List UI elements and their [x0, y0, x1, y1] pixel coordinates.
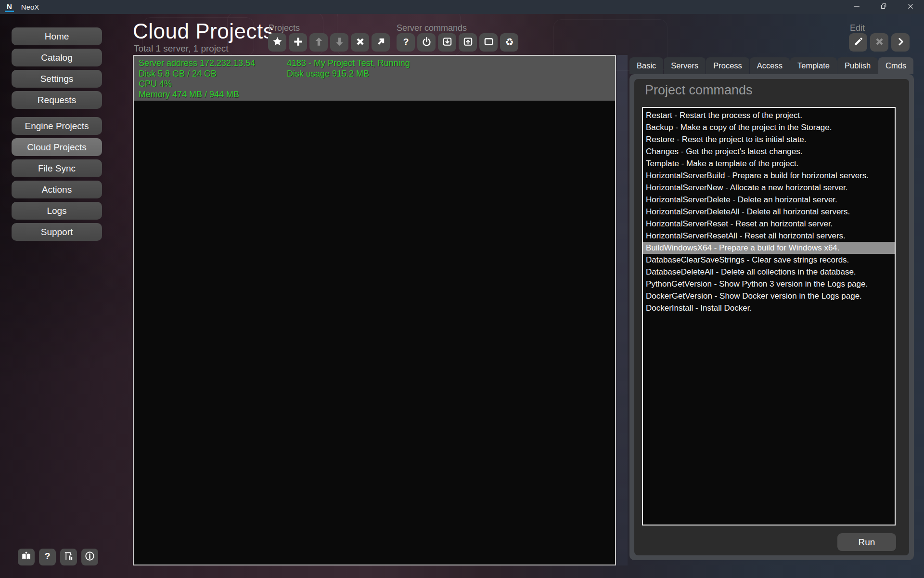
server-stat-line: Disk 5.8 GB / 24 GB	[139, 69, 255, 79]
command-item[interactable]: HorizontalServerReset - Reset an horizon…	[643, 218, 895, 230]
favorite-project-button[interactable]	[268, 33, 286, 52]
minimize-button[interactable]	[843, 0, 870, 14]
page-subtitle: Total 1 server, 1 project	[134, 43, 228, 54]
command-item[interactable]: Restart - Restart the process of the pro…	[643, 109, 895, 121]
sidebar-item-file-sync[interactable]: File Sync	[12, 159, 102, 177]
command-item[interactable]: HorizontalServerDelete - Delete an horiz…	[643, 194, 895, 206]
sidebar-item-home[interactable]: Home	[12, 27, 102, 45]
delete-project-button[interactable]	[351, 33, 369, 52]
server-stat-line: CPU 4%	[139, 79, 255, 90]
tab-process[interactable]: Process	[706, 57, 749, 74]
sidebar-item-support[interactable]: Support	[12, 223, 102, 241]
server-recycle-button[interactable]: ♻	[500, 33, 518, 52]
command-item[interactable]: PythonGetVersion - Show Python 3 version…	[643, 278, 895, 290]
command-item[interactable]: HorizontalServerBuild - Prepare a build …	[643, 170, 895, 182]
help-button[interactable]: ?	[39, 549, 56, 565]
sidebar-item-requests[interactable]: Requests	[12, 91, 102, 109]
command-item[interactable]: DockerGetVersion - Show Docker version i…	[643, 290, 895, 302]
tab-basic[interactable]: Basic	[629, 57, 663, 74]
command-item[interactable]: Changes - Get the project's latest chang…	[643, 145, 895, 158]
svg-text:♻: ♻	[505, 36, 513, 47]
tab-publish[interactable]: Publish	[837, 57, 878, 74]
sidebar-item-engine-projects[interactable]: Engine Projects	[12, 117, 102, 135]
sidebar-nav: HomeCatalogSettingsRequestsEngine Projec…	[12, 27, 102, 244]
command-item[interactable]: BuildWindowsX64 - Prepare a build for Wi…	[643, 242, 895, 254]
sidebar-item-catalog[interactable]: Catalog	[12, 49, 102, 66]
guide-button[interactable]	[18, 549, 35, 565]
command-item[interactable]: HorizontalServerDeleteAll - Delete all h…	[643, 206, 895, 218]
window-icon	[483, 36, 494, 49]
edit-toolbar-label: Edit	[850, 23, 865, 33]
project-stat-line: 4183 - My Project Test, Running	[287, 58, 410, 69]
server-stat-line: Server address 172.232.13.54	[139, 58, 255, 69]
command-item[interactable]: Backup - Make a copy of the project in t…	[643, 121, 895, 133]
server-commands-toolbar: ?♻	[397, 33, 518, 52]
restore-button[interactable]	[870, 0, 897, 14]
commands-heading: Project commands	[645, 83, 753, 98]
book-reader-icon	[21, 551, 32, 564]
sidebar-item-cloud-projects[interactable]: Cloud Projects	[12, 138, 102, 156]
close-button[interactable]	[897, 0, 924, 14]
chevron-right-icon	[895, 36, 906, 49]
page-title: Cloud Projects	[133, 19, 274, 43]
server-commands-toolbar-label: Server commands	[397, 23, 467, 33]
command-item[interactable]: Restore - Reset the project to its initi…	[643, 133, 895, 145]
projects-toolbar-label: Projects	[269, 23, 300, 33]
command-item[interactable]: Template - Make a template of the projec…	[643, 158, 895, 170]
command-item[interactable]: DatabaseDeleteAll - Delete all collectio…	[643, 266, 895, 278]
sidebar-group-gap	[12, 112, 102, 117]
open-project-button[interactable]	[372, 33, 390, 52]
question-icon: ?	[400, 36, 411, 49]
server-summary-row[interactable]: Server address 172.232.13.54Disk 5.8 GB …	[134, 56, 615, 101]
build-status-button[interactable]	[60, 549, 77, 565]
sidebar-item-actions[interactable]: Actions	[12, 181, 102, 198]
app-title: NeoX	[21, 3, 39, 11]
projects-toolbar	[268, 33, 390, 52]
tab-servers[interactable]: Servers	[664, 57, 706, 74]
command-item[interactable]: DatabaseClearSaveStrings - Clear save st…	[643, 254, 895, 266]
project-stats-column: 4183 - My Project Test, RunningDisk usag…	[287, 58, 410, 79]
cross-icon	[874, 36, 885, 49]
recycle-icon: ♻	[504, 36, 515, 49]
power-icon	[421, 36, 432, 49]
titlebar: N NeoX	[0, 0, 924, 14]
move-up-button[interactable]	[309, 33, 328, 52]
add-project-button[interactable]	[289, 33, 307, 52]
box-arrow-down-icon	[442, 36, 453, 49]
server-stats-column: Server address 172.232.13.54Disk 5.8 GB …	[139, 58, 255, 100]
sidebar-item-settings[interactable]: Settings	[12, 70, 102, 88]
server-upload-button[interactable]	[459, 33, 477, 52]
server-help-button[interactable]: ?	[397, 33, 415, 52]
star-icon	[272, 36, 283, 49]
pencil-icon	[853, 36, 864, 49]
command-item[interactable]: DockerInstall - Install Docker.	[643, 302, 895, 314]
svg-text:?: ?	[403, 36, 409, 46]
restore-icon	[879, 1, 888, 13]
commands-listbox[interactable]: Restart - Restart the process of the pro…	[642, 107, 896, 525]
close-icon	[906, 1, 915, 13]
tab-cmds[interactable]: Cmds	[878, 57, 913, 74]
server-window-button[interactable]	[479, 33, 498, 52]
command-item[interactable]: HorizontalServerResetAll - Reset all hor…	[643, 230, 895, 242]
svg-text:?: ?	[45, 551, 51, 561]
sidebar-footer: ?	[18, 549, 98, 565]
expand-button[interactable]	[891, 33, 910, 52]
arrow-up-icon	[313, 36, 324, 49]
arrow-down-icon	[334, 36, 345, 49]
server-download-button[interactable]	[438, 33, 456, 52]
plus-icon	[293, 36, 304, 49]
cancel-edit-button[interactable]	[870, 33, 888, 52]
tab-access[interactable]: Access	[750, 57, 790, 74]
move-down-button[interactable]	[330, 33, 348, 52]
about-button[interactable]	[81, 549, 98, 565]
app-logo: N	[5, 2, 14, 12]
command-item[interactable]: HorizontalServerNew - Allocate a new hor…	[643, 182, 895, 194]
info-icon	[84, 551, 95, 564]
tab-template[interactable]: Template	[790, 57, 837, 74]
run-command-button[interactable]: Run	[837, 533, 896, 551]
server-power-button[interactable]	[417, 33, 436, 52]
crane-icon	[63, 551, 74, 564]
edit-command-button[interactable]	[849, 33, 867, 52]
question-icon: ?	[42, 551, 53, 564]
sidebar-item-logs[interactable]: Logs	[12, 202, 102, 220]
